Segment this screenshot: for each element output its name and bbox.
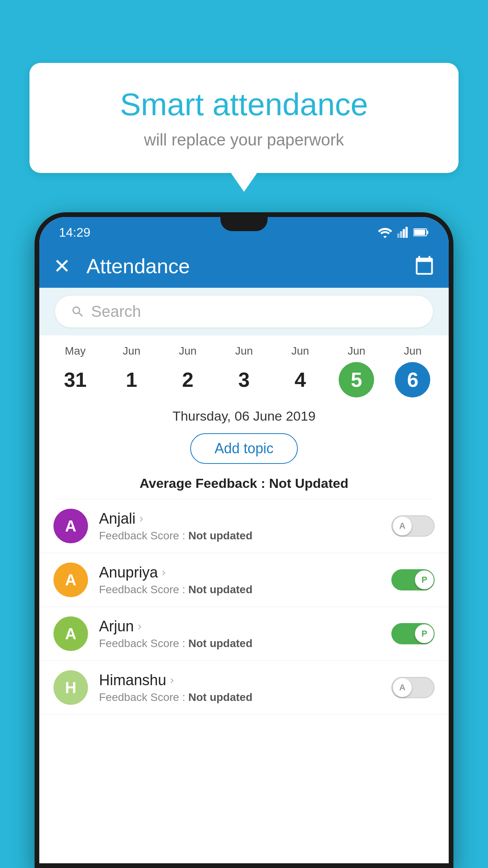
svg-rect-6 [414,230,425,235]
student-name: Arjun › [99,618,391,635]
app-bar-left: ✕ Attendance [53,254,190,278]
chevron-icon: › [162,566,165,579]
student-feedback: Feedback Score : Not updated [99,691,391,704]
add-topic-button[interactable]: Add topic [190,433,298,464]
day-month-label: Jun [179,345,196,357]
day-month-label: May [65,345,86,357]
phone-frame: 14:29 [35,212,453,868]
battery-icon [413,228,429,237]
close-button[interactable]: ✕ [53,254,71,278]
day-number: 3 [226,362,262,397]
toggle-knob: A [393,517,412,535]
svg-rect-2 [403,229,405,238]
speech-bubble-subtext: will replace your paperwork [61,131,427,149]
calendar-button[interactable] [414,255,435,277]
selected-date: Thursday, 06 June 2019 [39,401,449,428]
student-info: Anupriya ›Feedback Score : Not updated [99,564,391,596]
chevron-icon: › [138,620,141,633]
day-number: 2 [170,362,205,397]
speech-bubble-container: Smart attendance will replace your paper… [29,63,459,173]
status-icons [378,227,429,238]
signal-icon [397,227,409,238]
wifi-icon [378,227,392,238]
student-feedback: Feedback Score : Not updated [99,530,391,542]
student-avatar: A [53,509,88,543]
feedback-value: Not updated [188,583,252,596]
toggle-knob: P [415,570,434,589]
phone-notch [220,217,268,231]
student-item[interactable]: AArjun ›Feedback Score : Not updatedP [39,607,449,661]
day-number: 31 [58,362,93,397]
calendar-day[interactable]: Jun6 [395,345,430,397]
student-avatar: A [53,563,88,597]
calendar-day[interactable]: Jun2 [170,345,205,397]
calendar-day[interactable]: Jun3 [226,345,262,397]
calendar-day[interactable]: May31 [58,345,93,397]
chevron-icon: › [170,674,174,686]
feedback-value: Not updated [188,691,252,703]
student-item[interactable]: AAnjali ›Feedback Score : Not updatedA [39,499,449,553]
student-info: Himanshu ›Feedback Score : Not updated [99,672,391,704]
speech-bubble: Smart attendance will replace your paper… [29,63,459,173]
avg-feedback: Average Feedback : Not Updated [39,472,449,499]
search-bar[interactable]: Search [55,296,433,327]
student-name: Anupriya › [99,564,391,581]
attendance-toggle[interactable]: A [391,677,435,698]
student-name: Anjali › [99,510,391,527]
day-month-label: Jun [404,345,422,357]
day-number: 5 [339,362,374,397]
calendar-row: May31Jun1Jun2Jun3Jun4Jun5Jun6 [47,345,441,397]
svg-rect-0 [397,234,400,238]
day-month-label: Jun [292,345,309,357]
day-number: 1 [114,362,149,397]
student-name: Himanshu › [99,672,391,689]
student-avatar: A [53,616,88,651]
calendar-day[interactable]: Jun1 [114,345,149,397]
phone-inner: 14:29 [39,217,449,863]
calendar-icon [414,255,435,276]
avg-feedback-value: Not Updated [269,476,349,491]
day-month-label: Jun [235,345,253,357]
app-bar-title: Attendance [86,254,190,278]
avg-feedback-label: Average Feedback : [139,476,269,491]
toggle-container[interactable]: A [391,515,435,537]
app-bar: ✕ Attendance [39,245,449,288]
student-item[interactable]: AAnupriya ›Feedback Score : Not updatedP [39,553,449,607]
student-avatar: H [53,670,88,705]
svg-rect-1 [400,231,402,238]
student-list: AAnjali ›Feedback Score : Not updatedAAA… [39,499,449,715]
day-number: 4 [283,362,318,397]
toggle-container[interactable]: A [391,677,435,698]
attendance-toggle[interactable]: P [391,623,435,644]
calendar-day[interactable]: Jun5 [339,345,374,397]
toggle-knob: A [393,678,412,697]
search-placeholder: Search [91,303,141,320]
student-feedback: Feedback Score : Not updated [99,637,391,650]
speech-bubble-heading: Smart attendance [61,86,427,123]
day-month-label: Jun [348,345,365,357]
toggle-container[interactable]: P [391,569,435,590]
student-info: Anjali ›Feedback Score : Not updated [99,510,391,542]
add-topic-container: Add topic [39,428,449,472]
search-container: Search [39,288,449,335]
status-time: 14:29 [59,225,90,240]
student-item[interactable]: HHimanshu ›Feedback Score : Not updatedA [39,661,449,715]
svg-rect-5 [427,231,428,234]
svg-rect-3 [405,227,408,238]
search-icon [71,305,85,319]
attendance-toggle[interactable]: A [391,515,435,537]
day-month-label: Jun [123,345,140,357]
feedback-value: Not updated [188,637,252,649]
toggle-knob: P [415,624,434,643]
calendar-section: May31Jun1Jun2Jun3Jun4Jun5Jun6 [39,335,449,401]
calendar-day[interactable]: Jun4 [283,345,318,397]
chevron-icon: › [139,512,143,525]
toggle-container[interactable]: P [391,623,435,644]
student-info: Arjun ›Feedback Score : Not updated [99,618,391,650]
feedback-value: Not updated [188,530,252,542]
student-feedback: Feedback Score : Not updated [99,583,391,596]
day-number: 6 [395,362,430,397]
attendance-toggle[interactable]: P [391,569,435,590]
